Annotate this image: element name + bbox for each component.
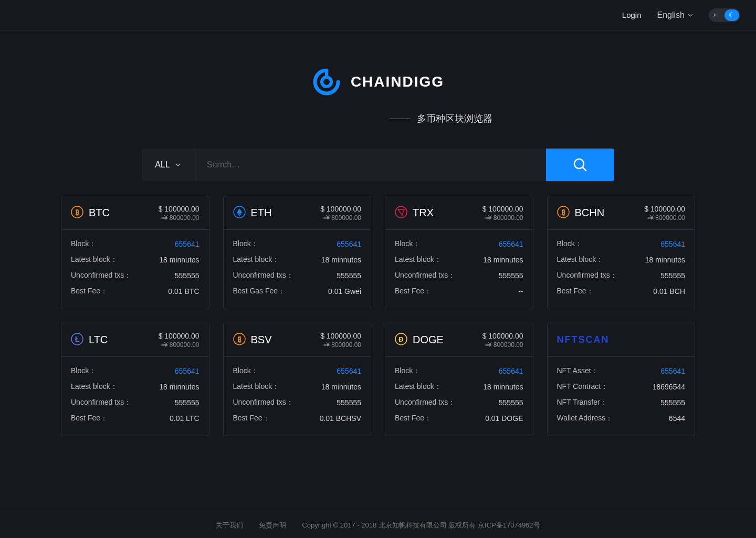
price-cny: ≈¥ 800000.00	[320, 214, 361, 221]
coin-symbol: TRX	[413, 207, 434, 219]
coin-grid: ₿BTC$ 100000.00≈¥ 800000.00Block：655641L…	[61, 196, 695, 436]
stat-value: 0.01 BTC	[168, 287, 199, 296]
coin-card-eth[interactable]: ETH$ 100000.00≈¥ 800000.00Block：655641La…	[223, 196, 372, 309]
stat-value: 0.01 DOGE	[485, 414, 523, 423]
chevron-down-icon	[688, 13, 693, 18]
tagline-text: 多币种区块浏览器	[417, 112, 492, 125]
trx-icon	[395, 206, 407, 220]
stat-row: Best Fee：0.01 BCH	[557, 283, 686, 299]
footer: 关于我们 免责声明 Copyright © 2017 - 2018 北京知帆科技…	[0, 512, 756, 538]
search-filter-label: ALL	[155, 160, 170, 170]
footer-disclaimer[interactable]: 免责声明	[259, 521, 286, 530]
card-body: Block：655641Latest block：18 minnutesUnco…	[385, 357, 533, 436]
stat-label: Unconfirmed txs：	[233, 271, 293, 280]
bsv-icon: ₿	[233, 333, 246, 347]
search-input[interactable]	[194, 160, 546, 170]
stat-label: Best Gas Fee：	[233, 287, 286, 296]
search-button[interactable]	[546, 149, 614, 181]
stat-value[interactable]: 655641	[499, 367, 523, 375]
bch-icon: ₿	[557, 206, 570, 220]
toggle-knob: ☾	[724, 9, 739, 21]
coin-title: ₿BTC	[71, 206, 110, 220]
coin-card-doge[interactable]: ÐDOGE$ 100000.00≈¥ 800000.00Block：655641…	[385, 323, 533, 436]
login-link[interactable]: Login	[622, 10, 642, 19]
price-cny: ≈¥ 800000.00	[644, 214, 685, 221]
stat-row: Best Fee：0.01 BCHSV	[233, 410, 362, 426]
language-select[interactable]: English	[657, 10, 693, 20]
stat-label: Block：	[557, 239, 582, 249]
stat-row: Latest block：18 minnutes	[395, 379, 523, 395]
stat-label: Best Fee：	[395, 287, 432, 296]
coin-card-bchn[interactable]: ₿BCHN$ 100000.00≈¥ 800000.00Block：655641…	[547, 196, 696, 309]
stat-row: Unconfirmed txs：555555	[557, 268, 686, 283]
stat-label: Unconfirmed txs：	[395, 398, 455, 407]
card-header: TRX$ 100000.00≈¥ 800000.00	[385, 196, 533, 230]
svg-text:₿: ₿	[561, 208, 565, 216]
stat-value[interactable]: 655641	[175, 367, 200, 375]
stat-value[interactable]: 655641	[175, 240, 200, 248]
stat-label: Latest block：	[557, 255, 604, 265]
card-body: Block：655641Latest block：18 minnutesUnco…	[224, 357, 371, 436]
stat-row: NFT Asset：655641	[557, 363, 686, 379]
stat-value: 18 minnutes	[645, 256, 685, 264]
stat-label: Block：	[71, 366, 96, 376]
card-header: ŁLTC$ 100000.00≈¥ 800000.00	[61, 323, 209, 357]
stat-row: Best Fee：0.01 LTC	[71, 410, 200, 426]
coin-title: ETH	[233, 206, 272, 220]
stat-label: NFT Contract：	[557, 382, 608, 392]
stat-label: NFT Transfer：	[557, 398, 607, 407]
stat-value[interactable]: 655641	[660, 240, 685, 248]
stat-value: 0.01 BCH	[653, 287, 685, 296]
stat-row: Block：655641	[557, 236, 686, 252]
svg-text:₿: ₿	[75, 208, 79, 216]
coin-card-bsv[interactable]: ₿BSV$ 100000.00≈¥ 800000.00Block：655641L…	[223, 323, 372, 436]
stat-value[interactable]: 655641	[337, 240, 361, 248]
stat-row: Unconfirmed txs：555555	[395, 268, 523, 283]
stat-value: 555555	[660, 398, 685, 407]
coin-symbol: BCHN	[575, 207, 605, 219]
stat-value: 555555	[660, 271, 685, 280]
coin-card-btc[interactable]: ₿BTC$ 100000.00≈¥ 800000.00Block：655641L…	[61, 196, 209, 309]
tagline: 多币种区块浏览器	[390, 112, 492, 125]
theme-toggle[interactable]: ☀ ☾	[709, 8, 740, 22]
stat-row: Latest block：18 minnutes	[233, 252, 362, 268]
moon-icon: ☾	[729, 11, 735, 19]
stat-label: Unconfirmed txs：	[233, 398, 293, 407]
stat-row: Best Fee：0.01 DOGE	[395, 410, 523, 426]
stat-value[interactable]: 655641	[660, 367, 685, 375]
footer-about[interactable]: 关于我们	[216, 521, 243, 530]
svg-text:Ð: Ð	[398, 335, 403, 343]
coin-card-ltc[interactable]: ŁLTC$ 100000.00≈¥ 800000.00Block：655641L…	[61, 323, 209, 436]
price-block: $ 100000.00≈¥ 800000.00	[482, 332, 523, 349]
stat-label: Best Fee：	[557, 287, 594, 296]
price-cny: ≈¥ 800000.00	[320, 341, 361, 349]
price-block: $ 100000.00≈¥ 800000.00	[159, 332, 200, 349]
stat-row: Block：655641	[71, 363, 200, 379]
coin-card-trx[interactable]: TRX$ 100000.00≈¥ 800000.00Block：655641La…	[385, 196, 533, 309]
coin-title: TRX	[395, 206, 434, 220]
stat-row: Unconfirmed txs：555555	[233, 395, 362, 410]
stat-value: 18 minnutes	[321, 256, 361, 264]
price-usd: $ 100000.00	[159, 205, 200, 213]
price-block: $ 100000.00≈¥ 800000.00	[159, 205, 200, 221]
search-filter-dropdown[interactable]: ALL	[142, 149, 194, 181]
stat-value: 0.01 Gwei	[328, 287, 361, 296]
card-header: NFTSCAN	[548, 323, 695, 357]
coin-title: ÐDOGE	[395, 333, 444, 347]
coin-card-nftscan[interactable]: NFTSCANNFT Asset：655641NFT Contract：1869…	[547, 323, 696, 436]
search-icon	[572, 157, 588, 173]
stat-value[interactable]: 655641	[499, 240, 523, 248]
card-body: Block：655641Latest block：18 minnutesUnco…	[385, 230, 533, 309]
coin-title: ₿BSV	[233, 333, 272, 347]
stat-label: Block：	[233, 366, 258, 376]
price-block: $ 100000.00≈¥ 800000.00	[482, 205, 523, 221]
stat-value: 555555	[175, 271, 200, 280]
stat-label: Latest block：	[395, 382, 442, 392]
stat-value[interactable]: 655641	[337, 367, 361, 375]
stat-label: Best Fee：	[71, 414, 108, 423]
coin-symbol: DOGE	[413, 334, 444, 346]
stat-row: Best Fee：--	[395, 283, 523, 299]
stat-value: 6544	[669, 414, 685, 423]
brand-icon	[312, 67, 341, 97]
price-usd: $ 100000.00	[644, 205, 685, 213]
